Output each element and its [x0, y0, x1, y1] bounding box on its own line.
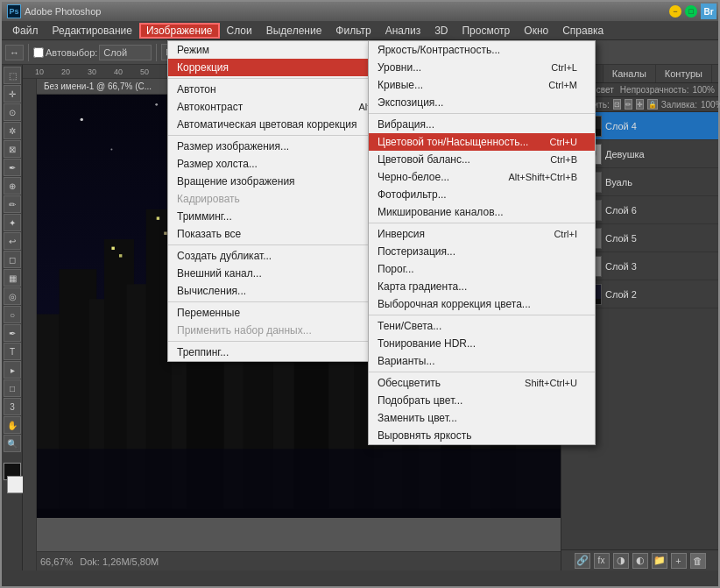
path-selection-tool[interactable]: ▸ [4, 361, 21, 379]
menu-selection[interactable]: Выделение [259, 23, 329, 39]
corr-item-matchcolor[interactable]: Подобрать цвет... [369, 392, 595, 409]
corr-item-exposure[interactable]: Экспозиция... [369, 94, 595, 111]
eraser-tool[interactable]: ◻ [4, 251, 21, 268]
menu-analysis[interactable]: Анализ [378, 23, 428, 39]
lock-position-icon[interactable]: ✛ [636, 99, 644, 110]
layer-mask-button[interactable]: ◑ [613, 553, 629, 569]
corr-item-shadows[interactable]: Тени/Света... [369, 317, 595, 335]
layer-dropdown[interactable]: Слой [99, 45, 152, 60]
corr-item-threshold[interactable]: Порог... [369, 260, 595, 278]
status-bar: 66,67% Dok: 1,26M/5,80M [37, 551, 561, 570]
corr-item-levels[interactable]: Уровни... Ctrl+L [369, 59, 595, 76]
lock-paint-icon[interactable]: ✏ [625, 99, 632, 110]
lasso-tool[interactable]: ⊙ [4, 103, 21, 121]
tab-channels[interactable]: Каналы [604, 65, 656, 82]
shape-tool[interactable]: □ [4, 379, 21, 397]
background-color[interactable] [7, 476, 25, 493]
blur-tool[interactable]: ◎ [4, 287, 21, 305]
autoselect-label: Автовыбор: [46, 47, 97, 58]
magic-wand-tool[interactable]: ✲ [4, 122, 21, 139]
corr-item-replacecolor[interactable]: Заменить цвет... [369, 409, 595, 427]
menu-file[interactable]: Файл [5, 23, 46, 39]
svg-point-2 [155, 103, 158, 106]
dodge-tool[interactable]: ○ [4, 306, 21, 323]
corr-item-curves[interactable]: Кривые... Ctrl+M [369, 76, 595, 94]
ruler-vertical [23, 79, 37, 570]
corr-item-hue-saturation[interactable]: Цветовой тон/Насыщенность... Ctrl+U [369, 133, 595, 151]
toolbar-sep-2 [156, 44, 157, 61]
corr-item-desaturate[interactable]: Обесцветить Shift+Ctrl+U [369, 374, 595, 392]
menu-edit[interactable]: Редактирование [46, 23, 139, 39]
layer-name-sloy4: Слой 4 [605, 121, 715, 131]
pen-tool[interactable]: ✒ [4, 324, 21, 342]
layer-name-sloy6: Слой 6 [605, 205, 715, 216]
crop-tool[interactable]: ⊠ [4, 140, 21, 158]
csep-1 [369, 113, 595, 114]
menu-filter[interactable]: Фильтр [328, 23, 378, 39]
layer-name-sloy3: Слой 3 [605, 261, 715, 272]
3d-tool[interactable]: 3 [4, 398, 21, 415]
menu-layers[interactable]: Слои [220, 23, 259, 39]
layer-link-button[interactable]: 🔗 [575, 553, 590, 569]
layer-adjustment-button[interactable]: ◐ [632, 553, 648, 569]
brush-tool[interactable]: ✏ [4, 195, 21, 213]
corr-item-channelmix[interactable]: Микширование каналов... [369, 203, 595, 221]
csep-4 [369, 372, 595, 372]
layer-fx-button[interactable]: fx [594, 553, 610, 569]
layer-name-sloy5: Слой 5 [605, 233, 715, 244]
corr-item-hdr[interactable]: Тонирование HDR... [369, 335, 595, 352]
autoselect-checkbox[interactable] [33, 47, 44, 58]
layers-footer: 🔗 fx ◑ ◐ 📁 + 🗑 [561, 549, 718, 570]
svg-rect-44 [37, 449, 561, 518]
svg-rect-29 [111, 247, 114, 250]
history-brush-tool[interactable]: ↩ [4, 232, 21, 250]
menu-image[interactable]: Изображение [139, 23, 220, 39]
hand-tool[interactable]: ✋ [4, 416, 21, 434]
zoom-level: 66,67% [40, 556, 73, 567]
menu-help[interactable]: Справка [555, 23, 611, 39]
corr-item-photofilter[interactable]: Фотофильтр... [369, 186, 595, 203]
lock-transparency-icon[interactable]: ⊡ [613, 99, 621, 110]
opacity-label: Непрозрачность: [620, 85, 689, 95]
svg-rect-31 [157, 216, 159, 219]
layer-name-devushka: Девушка [605, 149, 715, 159]
move-tool-options[interactable]: ↔ [5, 45, 24, 60]
eyedropper-tool[interactable]: ✒ [4, 159, 21, 176]
selection-tool[interactable]: ⬚ [4, 67, 21, 84]
canvas-title: Без имени-1 @ 66,7% (С... [44, 81, 152, 91]
corr-item-posterize[interactable]: Постеризация... [369, 243, 595, 260]
gradient-tool[interactable]: ▦ [4, 269, 21, 287]
layer-delete-button[interactable]: 🗑 [690, 553, 706, 569]
fill-value: 100% [701, 100, 720, 110]
move-tool[interactable]: ✛ [4, 85, 21, 103]
menu-window[interactable]: Окно [517, 23, 555, 39]
app-title: Adobe Photoshop [25, 6, 101, 17]
corr-item-invert[interactable]: Инверсия Ctrl+I [369, 225, 595, 243]
corr-item-vibrance[interactable]: Вибрация... [369, 116, 595, 133]
layer-name-vual: Вуаль [605, 177, 715, 188]
minimize-button[interactable]: − [669, 5, 681, 18]
corr-item-bw[interactable]: Черно-белое... Alt+Shift+Ctrl+B [369, 168, 595, 186]
corr-item-equalize[interactable]: Выровнять яркость [369, 427, 595, 444]
corr-item-brightness[interactable]: Яркость/Контрастность... [369, 41, 595, 59]
corr-item-selectivecorrection[interactable]: Выборочная коррекция цвета... [369, 295, 595, 313]
correction-submenu[interactable]: Яркость/Контрастность... Уровни... Ctrl+… [368, 40, 596, 445]
csep-2 [369, 223, 595, 223]
lock-all-icon[interactable]: 🔒 [647, 99, 658, 110]
corr-item-colorbalance[interactable]: Цветовой баланс... Ctrl+B [369, 151, 595, 168]
menu-view[interactable]: Просмотр [455, 23, 517, 39]
layer-group-button[interactable]: 📁 [652, 553, 667, 569]
corr-item-variants[interactable]: Варианты... [369, 352, 595, 370]
menu-bar: Файл Редактирование Изображение Слои Выд… [2, 21, 718, 40]
menu-3d[interactable]: 3D [427, 23, 455, 39]
layer-new-button[interactable]: + [671, 553, 687, 569]
svg-point-6 [110, 149, 112, 151]
clone-stamp-tool[interactable]: ✦ [4, 214, 21, 231]
tab-paths[interactable]: Контуры [656, 65, 712, 82]
type-tool[interactable]: T [4, 343, 21, 360]
maximize-button[interactable]: □ [685, 5, 697, 18]
zoom-tool[interactable]: 🔍 [4, 435, 21, 452]
corr-item-gradientmap[interactable]: Карта градиента... [369, 278, 595, 295]
svg-point-1 [81, 118, 83, 121]
healing-brush-tool[interactable]: ⊕ [4, 177, 21, 195]
